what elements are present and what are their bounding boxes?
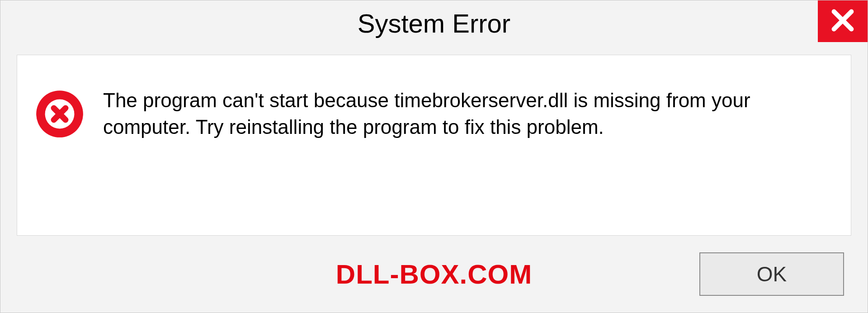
- title-bar: System Error: [0, 0, 868, 46]
- error-message: The program can't start because timebrok…: [103, 87, 824, 141]
- dialog-title: System Error: [358, 8, 510, 38]
- close-icon: [830, 7, 856, 35]
- watermark-text: DLL-BOX.COM: [336, 259, 532, 290]
- error-dialog: System Error The program can't start bec…: [0, 0, 868, 313]
- close-button[interactable]: [818, 0, 868, 42]
- content-area: The program can't start because timebrok…: [17, 55, 851, 236]
- error-icon: [35, 90, 84, 138]
- ok-button-label: OK: [757, 262, 787, 286]
- ok-button[interactable]: OK: [699, 252, 844, 296]
- dialog-footer: DLL-BOX.COM OK: [0, 236, 868, 313]
